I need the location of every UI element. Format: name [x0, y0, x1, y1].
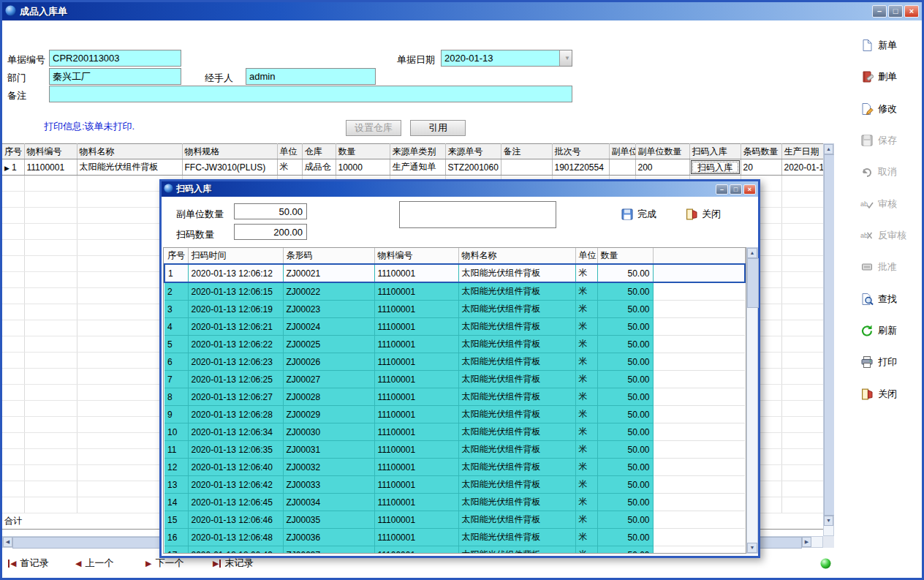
col-header[interactable]: 生产日期	[781, 144, 823, 159]
scan-table-row[interactable]: 162020-01-13 12:06:48ZJ0003611100001太阳能光…	[164, 529, 745, 546]
col-header[interactable]: 副单位	[609, 144, 635, 159]
col-header[interactable]: 单位	[277, 144, 302, 159]
scan-in-button[interactable]: 扫码入库	[691, 160, 740, 174]
dialog-vscrollbar[interactable]: ▲ ▼	[746, 247, 758, 554]
sidebar-item-save[interactable]: 保存	[860, 132, 897, 149]
col-header[interactable]: 仓库	[302, 144, 336, 159]
chevron-down-icon[interactable]: ▼	[559, 50, 572, 66]
complete-button[interactable]: 完成	[621, 208, 656, 221]
scan-table-row[interactable]: 142020-01-13 12:06:45ZJ0003411100001太阳能光…	[164, 494, 745, 511]
scan-table-row[interactable]: 42020-01-13 12:06:21ZJ0002411100001太阳能光伏…	[164, 318, 745, 336]
set-warehouse-button[interactable]: 设置仓库	[346, 120, 401, 136]
dialog-close-button[interactable]: 关闭	[685, 208, 721, 221]
sidebar-item-approve[interactable]: 批准	[860, 258, 897, 276]
scan-table-row[interactable]: 62020-01-13 12:06:23ZJ0002611100001太阳能光伏…	[164, 353, 745, 371]
dialog-minimize-icon[interactable]: –	[716, 184, 728, 195]
sidebar-item-reverse-audit[interactable]: ab 反审核	[860, 227, 906, 244]
handler-input[interactable]	[246, 68, 376, 85]
scroll-up-icon[interactable]: ▲	[747, 248, 757, 258]
remark-input[interactable]	[49, 86, 572, 102]
col-header[interactable]: 来源单类别	[390, 144, 445, 159]
scan-table-row[interactable]: 22020-01-13 12:06:15ZJ0002211100001太阳能光伏…	[164, 282, 745, 301]
scan-table-row[interactable]: 102020-01-13 12:06:34ZJ0003011100001太阳能光…	[164, 423, 745, 441]
maximize-button-icon[interactable]: □	[888, 5, 903, 18]
sidebar-item-audit[interactable]: ab 审核	[860, 195, 897, 213]
main-grid-vscrollbar[interactable]: ▲ ▼	[823, 143, 834, 536]
scan-table-row[interactable]: 112020-01-13 12:06:35ZJ0003111100001太阳能光…	[164, 441, 745, 459]
dialog-maximize-icon[interactable]: □	[730, 184, 742, 195]
col-header[interactable]: 数量	[336, 144, 390, 159]
dept-input[interactable]	[49, 68, 181, 85]
nav-first-record[interactable]: ◀ 首记录	[8, 557, 48, 570]
dialog-vscroll-thumb[interactable]	[747, 258, 759, 308]
col-header[interactable]: 序号	[2, 144, 24, 159]
sidebar-item-cancel[interactable]: 取消	[860, 163, 897, 181]
col-header[interactable]: 来源单号	[445, 144, 501, 159]
vscroll-thumb[interactable]	[824, 154, 835, 516]
col-header[interactable]: 条码数量	[741, 144, 781, 159]
scan-table: 序号 扫码时间 条形码 物料编号 物料名称 单位 数量 12020-01-13 …	[164, 248, 746, 554]
new-doc-icon	[860, 39, 874, 52]
col-header[interactable]: 备注	[501, 144, 552, 159]
sidebar-item-delete[interactable]: 删单	[860, 68, 897, 86]
scan-table-row[interactable]: 82020-01-13 12:06:27ZJ0002811100001太阳能光伏…	[164, 388, 745, 406]
cell-remark	[501, 159, 552, 176]
scan-cell-material-no: 11100001	[374, 264, 458, 282]
nav-previous-record[interactable]: ◀ 上一个	[75, 557, 113, 570]
dialog-close-icon[interactable]: ×	[743, 184, 756, 195]
sidebar-item-new[interactable]: 新单	[860, 37, 897, 54]
scan-table-row[interactable]: 72020-01-13 12:06:25ZJ0002711100001太阳能光伏…	[164, 371, 745, 388]
sidebar-item-refresh[interactable]: 刷新	[860, 322, 897, 339]
scan-table-row[interactable]: 32020-01-13 12:06:19ZJ0002311100001太阳能光伏…	[164, 301, 745, 318]
scan-table-row[interactable]: 12020-01-13 12:06:12ZJ0002111100001太阳能光伏…	[164, 264, 745, 282]
col-header[interactable]: 条形码	[283, 248, 374, 264]
main-grid-data-row[interactable]: ▶1 11100001 太阳能光伏组件背板 FFC-JW3010(PLUS) 米…	[2, 159, 823, 176]
nav-next-record[interactable]: ▶ 下一个	[145, 557, 183, 570]
scan-table-row[interactable]: 172020-01-13 12:06:49ZJ0003711100001太阳能光…	[164, 546, 745, 554]
col-header[interactable]: 扫码时间	[188, 248, 283, 264]
scan-table-row[interactable]: 132020-01-13 12:06:42ZJ0003311100001太阳能光…	[164, 476, 745, 494]
reference-button[interactable]: 引用	[410, 120, 466, 136]
scroll-up-icon[interactable]: ▲	[824, 144, 833, 154]
scan-cell-unit: 米	[575, 529, 597, 546]
col-header[interactable]: 扫码入库	[689, 144, 741, 159]
col-header[interactable]: 物料名称	[458, 248, 575, 264]
sidebar-item-search[interactable]: 查找	[860, 290, 897, 308]
scroll-down-icon[interactable]: ▼	[747, 543, 757, 553]
col-header[interactable]: 数量	[597, 248, 653, 264]
col-header[interactable]: 物料编号	[374, 248, 458, 264]
close-button-icon[interactable]: ×	[904, 5, 919, 18]
scan-cell-material-name: 太阳能光伏组件背板	[458, 282, 575, 301]
doc-date-select[interactable]: 2020-01-13 ▼	[441, 50, 572, 67]
scan-table-row[interactable]: 122020-01-13 12:06:40ZJ0003211100001太阳能光…	[164, 459, 745, 476]
col-header[interactable]: 批次号	[552, 144, 609, 159]
scan-cell-material-name: 太阳能光伏组件背板	[458, 406, 575, 423]
col-header[interactable]: 序号	[164, 248, 188, 264]
col-header[interactable]: 物料规格	[182, 144, 277, 159]
scan-cell-seq: 9	[164, 406, 188, 423]
scan-qty-input[interactable]	[234, 224, 307, 240]
barcode-scan-input[interactable]	[399, 201, 556, 228]
scan-cell-time: 2020-01-13 12:06:42	[188, 476, 283, 494]
nav-last-record[interactable]: ▶ 末记录	[213, 557, 253, 570]
print-icon	[860, 355, 874, 369]
col-header[interactable]: 副单位数量	[635, 144, 689, 159]
scan-table-row[interactable]: 52020-01-13 12:06:22ZJ0002511100001太阳能光伏…	[164, 336, 745, 353]
sidebar-item-print[interactable]: 打印	[860, 353, 897, 371]
col-header[interactable]: 物料编号	[24, 144, 77, 159]
scroll-down-icon[interactable]: ▼	[824, 516, 833, 526]
app-icon	[5, 5, 16, 18]
sub-unit-qty-input[interactable]	[234, 203, 307, 219]
scan-cell-material-no: 11100001	[374, 423, 458, 441]
scan-cell-material-name: 太阳能光伏组件背板	[458, 264, 575, 282]
minimize-button-icon[interactable]: –	[872, 5, 887, 18]
scan-table-row[interactable]: 152020-01-13 12:06:46ZJ0003511100001太阳能光…	[164, 511, 745, 529]
sidebar-item-close[interactable]: 关闭	[860, 385, 897, 403]
col-header[interactable]: 物料名称	[77, 144, 182, 159]
sidebar-item-modify[interactable]: 修改	[860, 100, 897, 118]
scan-table-row[interactable]: 92020-01-13 12:06:28ZJ0002911100001太阳能光伏…	[164, 406, 745, 423]
scroll-right-icon[interactable]: ▶	[802, 537, 811, 547]
doc-no-input[interactable]	[49, 50, 181, 67]
col-header[interactable]: 单位	[575, 248, 597, 264]
scroll-left-icon[interactable]: ◀	[3, 537, 12, 547]
